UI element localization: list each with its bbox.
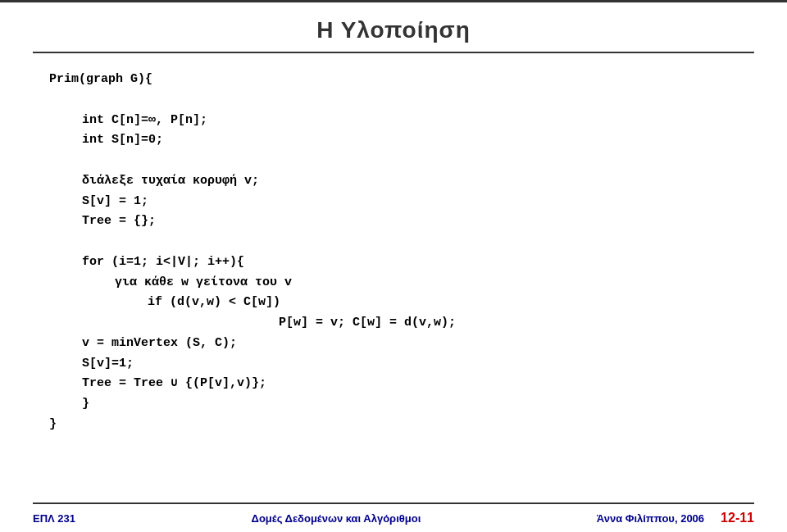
code-line-3: int S[n]=0;	[49, 130, 738, 151]
footer-course: ΕΠΛ 231	[33, 512, 75, 525]
code-line-14: }	[49, 394, 738, 415]
code-line-5: S[v] = 1;	[49, 192, 738, 212]
code-line-4: διάλεξε τυχαία κορυφή v;	[49, 171, 738, 192]
footer-subject: Δομές Δεδομένων και Αλγόριθμοι	[252, 512, 421, 525]
code-block: Prim(graph G){ int C[n]=∞, P[n]; int S[n…	[49, 70, 738, 435]
header: Η Υλοποίηση	[33, 2, 754, 53]
code-line-2: int C[n]=∞, P[n];	[49, 111, 738, 131]
code-line-blank-2	[49, 151, 738, 171]
page-container: Η Υλοποίηση Prim(graph G){ int C[n]=∞, P…	[0, 0, 787, 532]
code-line-10: P[w] = v; C[w] = d(v,w);	[49, 313, 738, 334]
page-title: Η Υλοποίηση	[316, 17, 471, 43]
code-line-8: για κάθε w γείτονα του v	[49, 273, 738, 293]
footer-right: Άννα Φιλίππου, 2006 12-11	[597, 511, 754, 525]
footer: ΕΠΛ 231 Δομές Δεδομένων και Αλγόριθμοι Ά…	[33, 502, 754, 532]
code-line-blank-1	[49, 90, 738, 111]
code-line-blank-3	[49, 232, 738, 252]
code-line-9: if (d(v,w) < C[w])	[49, 293, 738, 313]
footer-page: 12-11	[721, 511, 754, 525]
code-line-12: S[v]=1;	[49, 354, 738, 375]
code-line-15: }	[49, 415, 738, 435]
code-line-1: Prim(graph G){	[49, 70, 738, 90]
code-line-7: for (i=1; i<|V|; i++){	[49, 252, 738, 273]
main-content: Prim(graph G){ int C[n]=∞, P[n]; int S[n…	[0, 53, 787, 502]
code-line-13: Tree = Tree ∪ {(P[v],v)};	[49, 374, 738, 394]
code-line-6: Tree = {};	[49, 211, 738, 232]
footer-author: Άννα Φιλίππου, 2006	[597, 512, 704, 525]
code-line-11: v = minVertex (S, C);	[49, 334, 738, 354]
